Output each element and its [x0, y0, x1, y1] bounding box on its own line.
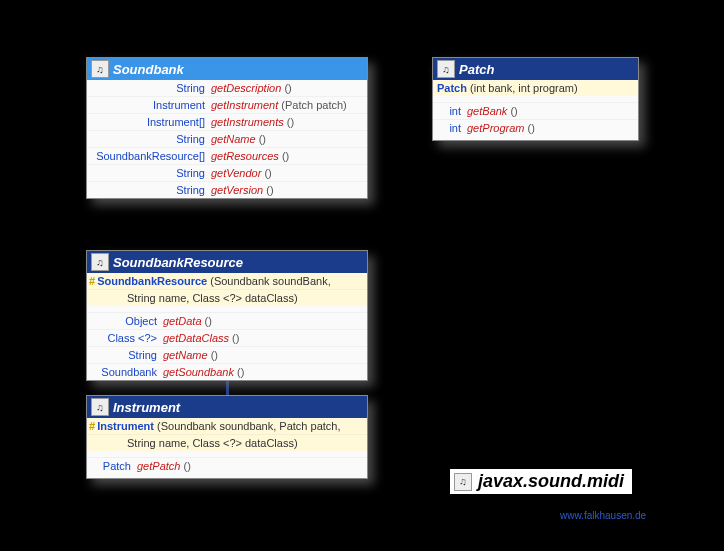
title-text: Instrument [113, 400, 180, 415]
class-title: ♫ Instrument [87, 396, 367, 418]
constructor-section: Patch (int bank, int program) [433, 80, 638, 96]
class-instrument: ♫ Instrument #Instrument (Soundbank soun… [86, 395, 368, 479]
constructor-section: #SoundbankResource (Soundbank soundBank,… [87, 273, 367, 306]
music-icon: ♫ [454, 473, 472, 491]
methods-section: PatchgetPatch () [87, 451, 367, 478]
class-soundbankresource: ♫ SoundbankResource #SoundbankResource (… [86, 250, 368, 381]
music-icon: ♫ [91, 398, 109, 416]
package-text: javax.sound.midi [478, 471, 624, 492]
class-title: ♫ Patch [433, 58, 638, 80]
footer-link[interactable]: www.falkhausen.de [560, 510, 646, 521]
methods-section: StringgetDescription () InstrumentgetIns… [87, 80, 367, 198]
title-text: SoundbankResource [113, 255, 243, 270]
title-text: Soundbank [113, 62, 184, 77]
package-label: ♫ javax.sound.midi [450, 469, 632, 494]
class-patch: ♫ Patch Patch (int bank, int program) in… [432, 57, 639, 141]
methods-section: intgetBank () intgetProgram () [433, 96, 638, 140]
methods-section: ObjectgetData () Class <?>getDataClass (… [87, 306, 367, 380]
music-icon: ♫ [91, 253, 109, 271]
class-soundbank: ♫ Soundbank StringgetDescription () Inst… [86, 57, 368, 199]
class-title: ♫ SoundbankResource [87, 251, 367, 273]
music-icon: ♫ [91, 60, 109, 78]
constructor-section: #Instrument (Soundbank soundbank, Patch … [87, 418, 367, 451]
class-title: ♫ Soundbank [87, 58, 367, 80]
title-text: Patch [459, 62, 494, 77]
music-icon: ♫ [437, 60, 455, 78]
